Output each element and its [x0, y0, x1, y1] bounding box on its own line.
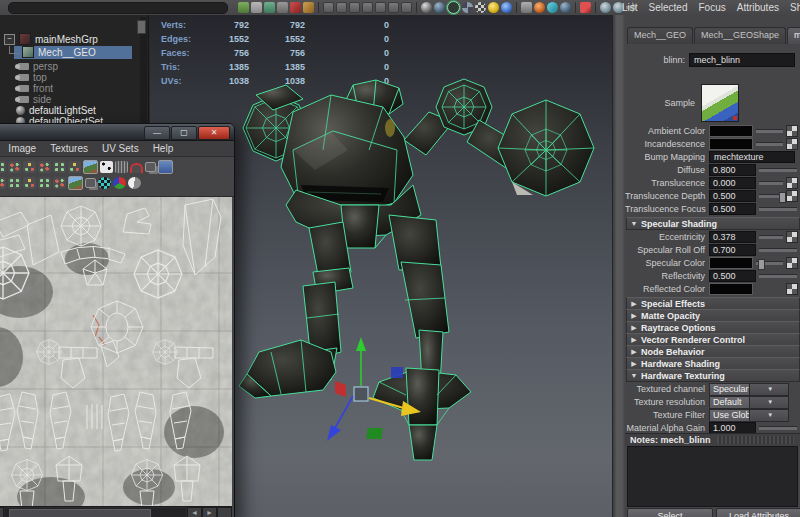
tab-mech-geo[interactable]: Mech__GEO [627, 27, 693, 44]
playblast-icon[interactable] [547, 2, 558, 13]
minimize-button[interactable]: — [144, 126, 170, 140]
unfold-uv-icon[interactable] [23, 177, 36, 189]
window-titlebar[interactable]: — ▢ ✕ [0, 124, 234, 141]
snap-flag-icon[interactable] [580, 2, 591, 13]
default-light-icon[interactable] [488, 2, 499, 13]
select-edge-icon[interactable] [362, 2, 373, 13]
texture-resolution-dropdown[interactable]: Default▼ [709, 396, 789, 409]
ambient-color-slider[interactable] [756, 129, 783, 133]
menu-show[interactable]: Show [790, 2, 800, 13]
horizontal-scrollbar[interactable]: ◄ ◄ ► [0, 506, 232, 517]
map-button-icon[interactable] [786, 138, 798, 150]
align-uv-icon[interactable] [68, 161, 81, 173]
image-range-icon[interactable] [68, 176, 83, 190]
specular-color-slider[interactable] [756, 261, 783, 265]
chart-icon[interactable] [264, 2, 275, 13]
menu-attributes[interactable]: Attributes [737, 2, 779, 13]
rgb-channel-icon[interactable] [113, 177, 126, 189]
all-lights-icon[interactable] [501, 2, 512, 13]
textured-sphere-icon[interactable] [462, 2, 473, 13]
collapse-expander-icon[interactable]: − [4, 34, 15, 45]
section-hardware-texturing[interactable]: ▼Hardware Texturing [626, 369, 800, 382]
rotate-uv-icon[interactable] [53, 161, 66, 173]
sew-uv-icon[interactable] [8, 161, 21, 173]
diffuse-slider[interactable] [759, 168, 797, 172]
menu-textures[interactable]: Textures [50, 143, 88, 154]
relax-uv-icon[interactable] [38, 177, 51, 189]
menu-uv-sets[interactable]: UV Sets [102, 143, 139, 154]
close-button[interactable]: ✕ [198, 126, 230, 140]
flip-u-icon[interactable] [23, 161, 36, 173]
menu-image[interactable]: Image [8, 143, 36, 154]
scrollbar-thumb[interactable] [9, 509, 151, 517]
specular-roll-off-value[interactable]: 0.700 [709, 244, 756, 256]
specular-roll-off-slider[interactable] [759, 248, 797, 252]
map-button-icon[interactable] [786, 283, 798, 295]
menu-list[interactable]: List [622, 2, 638, 13]
tile-icon[interactable] [85, 178, 96, 188]
clipboard-icon[interactable] [251, 2, 262, 13]
translucence-depth-slider[interactable] [759, 194, 783, 198]
selected-shading-icon[interactable] [447, 1, 460, 14]
copy-uv-icon[interactable] [145, 162, 156, 172]
blue-tile-icon[interactable] [158, 160, 173, 174]
material-alpha-gain-slider[interactable] [759, 426, 797, 430]
pixel-snap-magnet-icon[interactable] [130, 163, 143, 173]
ambient-color-swatch[interactable] [709, 125, 753, 137]
map-button-icon[interactable] [786, 257, 798, 269]
map-button-icon[interactable] [786, 190, 798, 202]
eccentricity-value[interactable]: 0.378 [709, 231, 756, 243]
outliner-item-mainMeshGrp[interactable]: − mainMeshGrp [0, 33, 98, 45]
map-button-icon[interactable] [786, 125, 798, 137]
select-component-icon[interactable] [336, 2, 347, 13]
straighten-uv-icon[interactable] [53, 177, 66, 189]
blue-sphere-icon[interactable] [560, 2, 571, 13]
reflected-color-swatch[interactable] [709, 283, 753, 295]
outliner-item-mech-geo[interactable]: Mech__GEO [0, 46, 96, 58]
dim-image-icon[interactable] [100, 161, 113, 173]
globe-a-icon[interactable] [600, 2, 611, 13]
material-sample-swatch[interactable] [701, 84, 739, 122]
orange-sphere-icon[interactable] [534, 2, 545, 13]
select-object-icon[interactable] [323, 2, 334, 13]
notebook-icon[interactable] [238, 2, 249, 13]
grid-icon[interactable] [115, 161, 128, 173]
translucence-value[interactable]: 0.000 [709, 177, 756, 189]
scroll-right-icon[interactable]: ► [202, 507, 217, 517]
select-multi-icon[interactable] [401, 2, 412, 13]
mesh-icon[interactable] [277, 2, 288, 13]
maximize-button[interactable]: ▢ [171, 126, 197, 140]
reflectivity-slider[interactable] [759, 274, 797, 278]
translucence-depth-value[interactable]: 0.500 [709, 190, 756, 202]
checker-sphere-icon[interactable] [475, 2, 486, 13]
reflectivity-value[interactable]: 0.500 [709, 270, 756, 282]
translucence-focus-value[interactable]: 0.500 [709, 203, 756, 215]
orange-pen-icon[interactable] [303, 2, 314, 13]
uv-canvas[interactable] [0, 197, 232, 511]
flip-v-icon[interactable] [38, 161, 51, 173]
scroll-left-icon[interactable]: ◄ [187, 507, 202, 517]
shaded-sphere-icon[interactable] [434, 2, 445, 13]
checker-icon[interactable] [98, 177, 111, 189]
menu-selected[interactable]: Selected [649, 2, 688, 13]
menu-focus[interactable]: Focus [698, 2, 725, 13]
wireframe-sphere-icon[interactable] [421, 2, 432, 13]
layout-uv-icon[interactable] [8, 177, 21, 189]
load-attributes-button[interactable]: Load Attributes [716, 508, 800, 517]
alpha-channel-icon[interactable] [128, 177, 141, 189]
red-pen-icon[interactable] [290, 2, 301, 13]
panel-splitter[interactable] [612, 15, 626, 517]
tab-mech-blinn[interactable]: mech_blinn [787, 27, 800, 44]
eccentricity-slider[interactable] [759, 235, 783, 239]
notes-textarea[interactable] [627, 446, 798, 507]
texture-filter-dropdown[interactable]: Use Global Settings▼ [709, 409, 789, 422]
incandescence-swatch[interactable] [709, 138, 753, 150]
image-display-icon[interactable] [83, 160, 98, 174]
select-uv-icon[interactable] [388, 2, 399, 13]
translucence-focus-slider[interactable] [759, 207, 797, 211]
map-button-icon[interactable] [786, 177, 798, 189]
bump-mapping-input[interactable]: mechtexture [709, 151, 795, 163]
incandescence-slider[interactable] [756, 142, 783, 146]
scroll-left-icon[interactable]: ◄ [0, 507, 4, 517]
select-button[interactable]: Select [627, 508, 713, 517]
